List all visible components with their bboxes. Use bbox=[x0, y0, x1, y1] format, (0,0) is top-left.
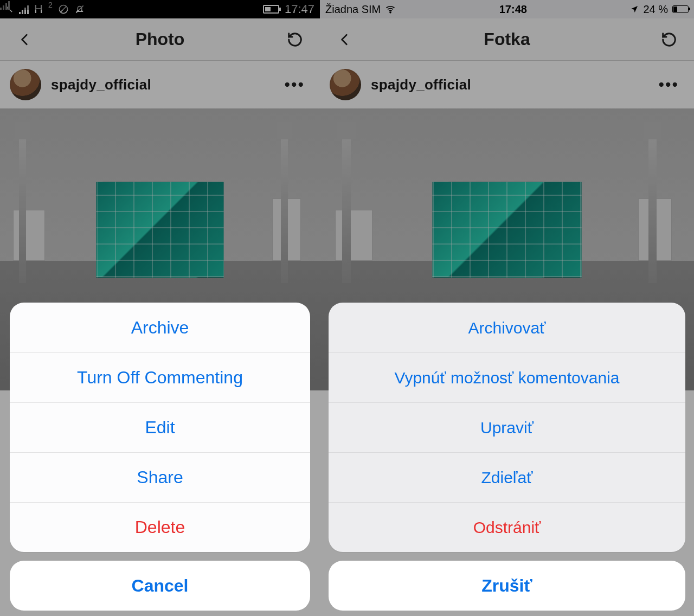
action-sheet-item[interactable]: Edit bbox=[10, 402, 310, 452]
action-sheet-item[interactable]: Archive bbox=[10, 303, 310, 352]
action-sheet-item[interactable]: Turn Off Commenting bbox=[10, 352, 310, 402]
action-sheet-cancel[interactable]: Cancel bbox=[10, 561, 310, 611]
action-sheet-cancel[interactable]: Zrušiť bbox=[329, 561, 685, 611]
action-sheet: ArchivovaťVypnúť možnosť komentovaniaUpr… bbox=[329, 303, 685, 611]
action-sheet: ArchiveTurn Off CommentingEditShareDelet… bbox=[10, 303, 310, 611]
action-sheet-item[interactable]: Upraviť bbox=[329, 402, 685, 452]
screen-right: Žiadna SIM 17:48 24 % Fotka bbox=[320, 0, 694, 616]
action-sheet-item[interactable]: Delete bbox=[10, 502, 310, 552]
action-sheet-item[interactable]: Vypnúť možnosť komentovania bbox=[329, 352, 685, 402]
action-sheet-item[interactable]: Archivovať bbox=[329, 303, 685, 352]
action-sheet-item[interactable]: Zdieľať bbox=[329, 452, 685, 502]
action-sheet-item[interactable]: Share bbox=[10, 452, 310, 502]
action-sheet-item[interactable]: Odstrániť bbox=[329, 502, 685, 552]
screen-left: ↖ H 2 17:47 Photo bbox=[0, 0, 320, 616]
